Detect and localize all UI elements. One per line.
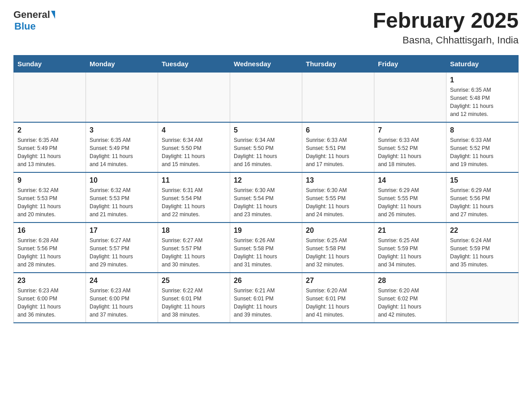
calendar-cell [158,72,230,122]
calendar-cell: 26Sunrise: 6:21 AM Sunset: 6:01 PM Dayli… [230,273,302,323]
calendar-cell: 5Sunrise: 6:34 AM Sunset: 5:50 PM Daylig… [230,122,302,172]
calendar-cell [86,72,158,122]
day-info: Sunrise: 6:25 AM Sunset: 5:59 PM Dayligh… [378,236,442,269]
calendar-week-row: 23Sunrise: 6:23 AM Sunset: 6:00 PM Dayli… [14,273,519,323]
calendar-cell: 23Sunrise: 6:23 AM Sunset: 6:00 PM Dayli… [14,273,86,323]
day-number: 10 [90,176,154,184]
day-number: 9 [17,176,82,184]
calendar-cell: 16Sunrise: 6:28 AM Sunset: 5:56 PM Dayli… [14,223,86,273]
day-info: Sunrise: 6:27 AM Sunset: 5:57 PM Dayligh… [90,236,154,269]
calendar-cell: 25Sunrise: 6:22 AM Sunset: 6:01 PM Dayli… [158,273,230,323]
day-number: 13 [306,176,370,184]
day-info: Sunrise: 6:32 AM Sunset: 5:53 PM Dayligh… [17,186,82,218]
month-title: February 2025 [373,9,519,33]
day-number: 23 [17,277,82,285]
day-number: 27 [306,277,370,285]
day-info: Sunrise: 6:30 AM Sunset: 5:55 PM Dayligh… [306,186,370,218]
day-number: 14 [378,176,442,184]
calendar-cell: 7Sunrise: 6:33 AM Sunset: 5:52 PM Daylig… [374,122,446,172]
calendar-cell: 18Sunrise: 6:27 AM Sunset: 5:57 PM Dayli… [158,223,230,273]
calendar-cell [446,273,519,323]
day-number: 16 [17,227,82,235]
calendar-cell: 24Sunrise: 6:23 AM Sunset: 6:00 PM Dayli… [86,273,158,323]
col-sunday: Sunday [14,55,86,72]
location-title: Basna, Chhattisgarh, India [373,34,519,46]
day-info: Sunrise: 6:28 AM Sunset: 5:56 PM Dayligh… [17,236,82,269]
calendar-cell: 14Sunrise: 6:29 AM Sunset: 5:55 PM Dayli… [374,172,446,223]
calendar-cell: 3Sunrise: 6:35 AM Sunset: 5:49 PM Daylig… [86,122,158,172]
day-info: Sunrise: 6:35 AM Sunset: 5:48 PM Dayligh… [450,86,515,118]
col-thursday: Thursday [302,55,374,72]
day-number: 5 [234,126,298,134]
title-block: February 2025 Basna, Chhattisgarh, India [373,9,519,46]
day-info: Sunrise: 6:29 AM Sunset: 5:56 PM Dayligh… [450,186,515,218]
day-number: 26 [234,277,298,285]
logo-triangle-icon [51,11,55,19]
calendar-table: Sunday Monday Tuesday Wednesday Thursday… [13,55,519,323]
day-info: Sunrise: 6:22 AM Sunset: 6:01 PM Dayligh… [162,287,226,319]
day-info: Sunrise: 6:33 AM Sunset: 5:52 PM Dayligh… [450,136,515,168]
logo: General Blue [13,9,55,32]
day-number: 18 [162,227,226,235]
logo-blue-text: Blue [14,21,36,32]
calendar-cell [374,72,446,122]
calendar-week-row: 16Sunrise: 6:28 AM Sunset: 5:56 PM Dayli… [14,223,519,273]
day-info: Sunrise: 6:29 AM Sunset: 5:55 PM Dayligh… [378,186,442,218]
day-number: 25 [162,277,226,285]
day-number: 20 [306,227,370,235]
day-info: Sunrise: 6:35 AM Sunset: 5:49 PM Dayligh… [90,136,154,168]
calendar-cell: 4Sunrise: 6:34 AM Sunset: 5:50 PM Daylig… [158,122,230,172]
day-info: Sunrise: 6:34 AM Sunset: 5:50 PM Dayligh… [234,136,298,168]
calendar-week-row: 9Sunrise: 6:32 AM Sunset: 5:53 PM Daylig… [14,172,519,223]
calendar-cell: 15Sunrise: 6:29 AM Sunset: 5:56 PM Dayli… [446,172,519,223]
day-info: Sunrise: 6:33 AM Sunset: 5:52 PM Dayligh… [378,136,442,168]
calendar-cell: 8Sunrise: 6:33 AM Sunset: 5:52 PM Daylig… [446,122,519,172]
calendar-cell: 9Sunrise: 6:32 AM Sunset: 5:53 PM Daylig… [14,172,86,223]
day-info: Sunrise: 6:23 AM Sunset: 6:00 PM Dayligh… [90,287,154,319]
logo-general-text: General [13,9,50,21]
day-info: Sunrise: 6:21 AM Sunset: 6:01 PM Dayligh… [234,287,298,319]
calendar-cell: 19Sunrise: 6:26 AM Sunset: 5:58 PM Dayli… [230,223,302,273]
day-number: 17 [90,227,154,235]
calendar-cell: 6Sunrise: 6:33 AM Sunset: 5:51 PM Daylig… [302,122,374,172]
day-number: 3 [90,126,154,134]
calendar-cell: 1Sunrise: 6:35 AM Sunset: 5:48 PM Daylig… [446,72,519,122]
calendar-cell [302,72,374,122]
calendar-cell: 11Sunrise: 6:31 AM Sunset: 5:54 PM Dayli… [158,172,230,223]
col-saturday: Saturday [446,55,519,72]
day-number: 1 [450,76,515,84]
day-number: 11 [162,176,226,184]
page-header: General Blue February 2025 Basna, Chhatt… [13,9,519,46]
day-number: 4 [162,126,226,134]
day-number: 7 [378,126,442,134]
calendar-week-row: 2Sunrise: 6:35 AM Sunset: 5:49 PM Daylig… [14,122,519,172]
col-tuesday: Tuesday [158,55,230,72]
day-info: Sunrise: 6:20 AM Sunset: 6:01 PM Dayligh… [306,287,370,319]
day-info: Sunrise: 6:23 AM Sunset: 6:00 PM Dayligh… [17,287,82,319]
calendar-cell [14,72,86,122]
calendar-cell: 28Sunrise: 6:20 AM Sunset: 6:02 PM Dayli… [374,273,446,323]
calendar-cell: 12Sunrise: 6:30 AM Sunset: 5:54 PM Dayli… [230,172,302,223]
day-info: Sunrise: 6:24 AM Sunset: 5:59 PM Dayligh… [450,236,515,269]
day-info: Sunrise: 6:30 AM Sunset: 5:54 PM Dayligh… [234,186,298,218]
calendar-cell: 21Sunrise: 6:25 AM Sunset: 5:59 PM Dayli… [374,223,446,273]
day-info: Sunrise: 6:20 AM Sunset: 6:02 PM Dayligh… [378,287,442,319]
calendar-cell: 13Sunrise: 6:30 AM Sunset: 5:55 PM Dayli… [302,172,374,223]
day-number: 19 [234,227,298,235]
day-number: 24 [90,277,154,285]
day-number: 2 [17,126,82,134]
col-monday: Monday [86,55,158,72]
calendar-cell: 22Sunrise: 6:24 AM Sunset: 5:59 PM Dayli… [446,223,519,273]
col-wednesday: Wednesday [230,55,302,72]
day-number: 6 [306,126,370,134]
calendar-cell [230,72,302,122]
day-number: 21 [378,227,442,235]
day-number: 12 [234,176,298,184]
day-info: Sunrise: 6:34 AM Sunset: 5:50 PM Dayligh… [162,136,226,168]
day-number: 15 [450,176,515,184]
calendar-cell: 27Sunrise: 6:20 AM Sunset: 6:01 PM Dayli… [302,273,374,323]
day-number: 8 [450,126,515,134]
day-number: 22 [450,227,515,235]
calendar-cell: 10Sunrise: 6:32 AM Sunset: 5:53 PM Dayli… [86,172,158,223]
calendar-cell: 2Sunrise: 6:35 AM Sunset: 5:49 PM Daylig… [14,122,86,172]
